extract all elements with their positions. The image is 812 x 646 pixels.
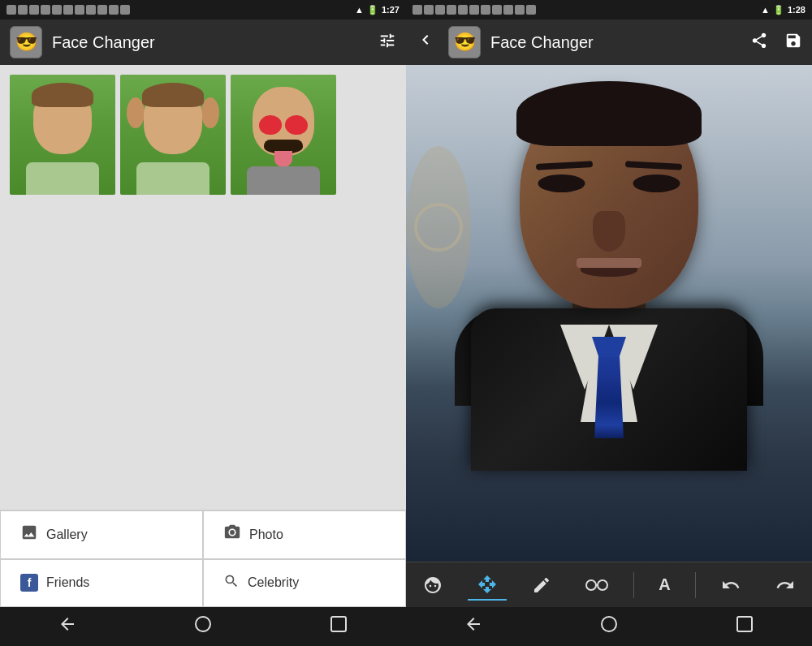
battery-icon-right: 🔋 (773, 5, 784, 15)
bottom-buttons: Gallery Photo f Friends Celebrity (0, 510, 406, 607)
save-button[interactable] (784, 32, 802, 54)
text-tool[interactable]: A (649, 571, 680, 599)
draw-tool[interactable] (522, 571, 561, 600)
gallery-label: Gallery (46, 528, 88, 542)
thumb-inner-3 (231, 75, 336, 195)
move-tool[interactable] (468, 570, 507, 601)
nav-bar-right (406, 607, 812, 646)
tool-divider-2 (695, 572, 696, 598)
app-title-left: Face Changer (52, 33, 369, 52)
svg-point-2 (586, 580, 596, 590)
undo-tool[interactable] (711, 571, 750, 600)
camera-icon (223, 523, 241, 545)
main-photo-area (406, 65, 812, 562)
svg-point-0 (196, 617, 210, 631)
status-bar-right: ▲ 🔋 1:28 (406, 0, 812, 19)
back-nav-right[interactable] (464, 614, 483, 639)
friends-button[interactable]: f Friends (0, 559, 203, 608)
status-icon (515, 5, 525, 15)
left-panel: ▲ 🔋 1:27 😎 Face Changer (0, 0, 406, 646)
status-icon (63, 5, 73, 15)
status-bar-left: ▲ 🔋 1:27 (0, 0, 406, 19)
status-icon (469, 5, 479, 15)
photo-grid (10, 75, 396, 195)
home-nav-left[interactable] (193, 614, 213, 639)
wifi-icon: ▲ (355, 5, 364, 15)
back-button-right[interactable] (416, 30, 435, 54)
status-bar-right: ▲ 🔋 1:27 (355, 5, 400, 15)
status-icon (86, 5, 96, 15)
app-title-right: Face Changer (490, 33, 741, 52)
status-bar-right-info: ▲ 🔋 1:28 (761, 5, 806, 15)
status-icon (75, 5, 84, 15)
search-icon-left (223, 573, 240, 593)
settings-icon-left[interactable] (378, 32, 396, 54)
thumb-inner-2 (120, 75, 226, 195)
share-button[interactable] (750, 32, 768, 54)
status-icon (52, 5, 62, 15)
app-icon-img-left: 😎 (15, 32, 37, 53)
photo-grid-area (0, 65, 406, 510)
celebrity-button[interactable]: Celebrity (203, 559, 406, 608)
nav-bar-left (0, 607, 406, 646)
top-bar-right: 😎 Face Changer (406, 19, 812, 65)
status-icon (447, 5, 456, 15)
svg-point-3 (598, 580, 607, 590)
friends-label: Friends (46, 575, 89, 590)
status-icon (120, 5, 130, 15)
status-icon (412, 5, 422, 15)
status-icon (458, 5, 468, 15)
tool-divider (633, 572, 634, 598)
back-nav-left[interactable] (58, 614, 77, 639)
right-panel: ▲ 🔋 1:28 😎 Face Changer (406, 0, 812, 646)
toolbar-right: A (406, 562, 812, 607)
status-icon (109, 5, 119, 15)
gallery-button[interactable]: Gallery (0, 510, 203, 559)
redo-tool[interactable] (766, 571, 805, 600)
recents-nav-left[interactable] (329, 614, 348, 639)
battery-icon: 🔋 (367, 5, 378, 15)
home-nav-right[interactable] (599, 614, 619, 639)
status-icon (29, 5, 39, 15)
top-bar-left: 😎 Face Changer (0, 19, 406, 65)
status-icon (97, 5, 107, 15)
status-icons-left (6, 5, 130, 15)
app-icon-right: 😎 (448, 26, 481, 58)
app-icon-left: 😎 (10, 26, 42, 58)
status-icons-right (412, 5, 536, 15)
wifi-icon-right: ▲ (761, 5, 770, 15)
svg-rect-1 (331, 617, 346, 631)
photo-thumb-2[interactable] (120, 75, 226, 195)
status-icon (526, 5, 536, 15)
svg-point-7 (602, 617, 616, 631)
status-icon (503, 5, 513, 15)
photo-label: Photo (249, 528, 283, 542)
status-icon (481, 5, 490, 15)
status-icon (424, 5, 434, 15)
photo-thumb-3[interactable] (231, 75, 336, 195)
status-icon (435, 5, 445, 15)
status-icon (18, 5, 28, 15)
status-icon (6, 5, 16, 15)
app-icon-img-right: 😎 (454, 32, 476, 53)
photo-thumb-1[interactable] (10, 75, 115, 195)
glasses-tool[interactable] (576, 573, 618, 597)
gallery-icon (20, 523, 38, 545)
status-icon (41, 5, 50, 15)
time-display-left: 1:27 (382, 5, 400, 15)
photo-button[interactable]: Photo (203, 510, 406, 559)
sticker-tool[interactable] (413, 571, 452, 600)
thumb-inner-1 (10, 75, 115, 195)
time-display-right: 1:28 (788, 5, 806, 15)
recents-nav-right[interactable] (735, 614, 754, 639)
celebrity-label: Celebrity (248, 575, 299, 590)
status-icon (492, 5, 502, 15)
facebook-icon: f (20, 574, 38, 592)
svg-rect-8 (737, 617, 752, 631)
